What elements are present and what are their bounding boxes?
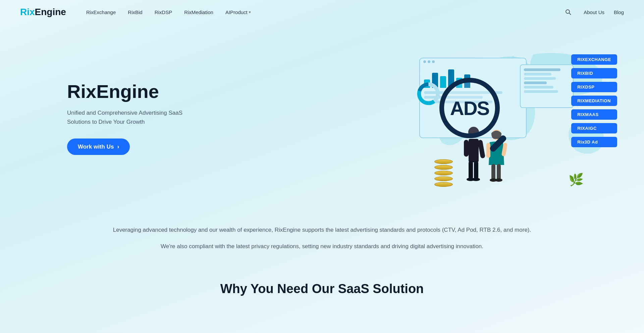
svg-rect-14 bbox=[469, 139, 479, 162]
logo-rix: Rix bbox=[20, 7, 35, 17]
product-tags: RIXEXCHANGE RIXBID RIXDSP RIXMEDIATION R… bbox=[571, 54, 617, 147]
nav-blog-link[interactable]: Blog bbox=[614, 9, 624, 15]
tag-rixbid[interactable]: RIXBID bbox=[571, 68, 617, 78]
description-para-2: We're also compliant with the latest pri… bbox=[67, 242, 577, 252]
ss-bar-5 bbox=[524, 86, 553, 89]
svg-point-0 bbox=[566, 10, 570, 13]
svg-rect-18 bbox=[474, 161, 478, 179]
nav-link-rixdsp[interactable]: RixDSP bbox=[155, 9, 172, 15]
nav-link-rixbid[interactable]: RixBid bbox=[128, 9, 142, 15]
svg-point-20 bbox=[472, 178, 480, 181]
svg-line-1 bbox=[569, 13, 571, 15]
why-section: Why You Need Our SaaS Solution bbox=[0, 272, 644, 303]
description-section: Leveraging advanced technology and our w… bbox=[0, 205, 644, 272]
nav-link-rixexchange[interactable]: RixExchange bbox=[86, 9, 116, 15]
tag-rixaigc[interactable]: RIXAIGC bbox=[571, 123, 617, 133]
svg-rect-25 bbox=[497, 164, 501, 180]
tag-rixdsp[interactable]: RIXDSP bbox=[571, 82, 617, 92]
coins-stack bbox=[434, 159, 453, 187]
svg-rect-24 bbox=[491, 164, 495, 180]
hero-subtitle: Unified and Comprehensive Advertising Sa… bbox=[67, 108, 195, 126]
tag-rixexchange[interactable]: RIXEXCHANGE bbox=[571, 54, 617, 65]
cta-arrow-icon: › bbox=[117, 143, 119, 150]
hero-title: RixEngine bbox=[67, 81, 195, 102]
svg-point-27 bbox=[495, 178, 502, 182]
ss-bar-1 bbox=[524, 68, 560, 71]
why-title: Why You Need Our SaaS Solution bbox=[0, 282, 644, 296]
coin-5 bbox=[434, 182, 453, 187]
description-para-1: Leveraging advanced technology and our w… bbox=[67, 225, 577, 235]
work-with-us-button[interactable]: Work with Us › bbox=[67, 138, 130, 155]
pie-chart-svg bbox=[416, 81, 441, 106]
logo[interactable]: RixEngine bbox=[20, 7, 66, 17]
second-screen bbox=[520, 64, 574, 108]
dot-3 bbox=[432, 60, 435, 63]
hero-left: RixEngine Unified and Comprehensive Adve… bbox=[67, 81, 195, 155]
hero-right: ADS bbox=[195, 44, 617, 192]
tag-rix3dad[interactable]: Rix3D Ad bbox=[571, 137, 617, 147]
nav-about-link[interactable]: About Us bbox=[584, 9, 604, 15]
chevron-down-icon: ▾ bbox=[249, 10, 251, 14]
pie-chart bbox=[416, 81, 441, 106]
hero-illustration: ADS bbox=[409, 48, 617, 188]
dot-1 bbox=[423, 60, 426, 63]
tag-rixmaas[interactable]: RIXMAAS bbox=[571, 109, 617, 120]
cta-label: Work with Us bbox=[78, 144, 114, 150]
dot-2 bbox=[428, 60, 430, 63]
tag-rixmediation[interactable]: RIXMEDIATION bbox=[571, 96, 617, 106]
search-icon[interactable] bbox=[562, 6, 574, 18]
magnifier-icon: ADS bbox=[439, 78, 500, 138]
navbar: RixEngine RixExchange RixBid RixDSP RixM… bbox=[0, 0, 644, 24]
hero-section: RixEngine Unified and Comprehensive Adve… bbox=[0, 24, 644, 205]
ads-text: ADS bbox=[450, 97, 489, 119]
plant-icon: 🌿 bbox=[569, 173, 584, 187]
coin-3 bbox=[434, 171, 453, 175]
ss-bar-2 bbox=[524, 73, 551, 75]
logo-engine: Engine bbox=[35, 7, 66, 17]
svg-rect-15 bbox=[464, 140, 469, 157]
svg-rect-17 bbox=[469, 161, 473, 179]
monitor-top-bar bbox=[420, 58, 526, 65]
coin-1 bbox=[434, 159, 453, 164]
ss-bar-4 bbox=[524, 81, 547, 84]
second-screen-content bbox=[524, 68, 570, 93]
nav-link-aiproduct[interactable]: AIProduct ▾ bbox=[225, 9, 251, 15]
nav-links: RixExchange RixBid RixDSP RixMediation A… bbox=[86, 9, 549, 15]
nav-right: About Us Blog bbox=[562, 6, 624, 18]
nav-link-rixmediation[interactable]: RixMediation bbox=[184, 9, 213, 15]
coin-2 bbox=[434, 165, 453, 170]
svg-rect-22 bbox=[486, 143, 490, 158]
svg-rect-16 bbox=[478, 140, 485, 159]
coin-4 bbox=[434, 176, 453, 181]
ss-bar-6 bbox=[524, 90, 558, 93]
ss-bar-3 bbox=[524, 77, 556, 80]
